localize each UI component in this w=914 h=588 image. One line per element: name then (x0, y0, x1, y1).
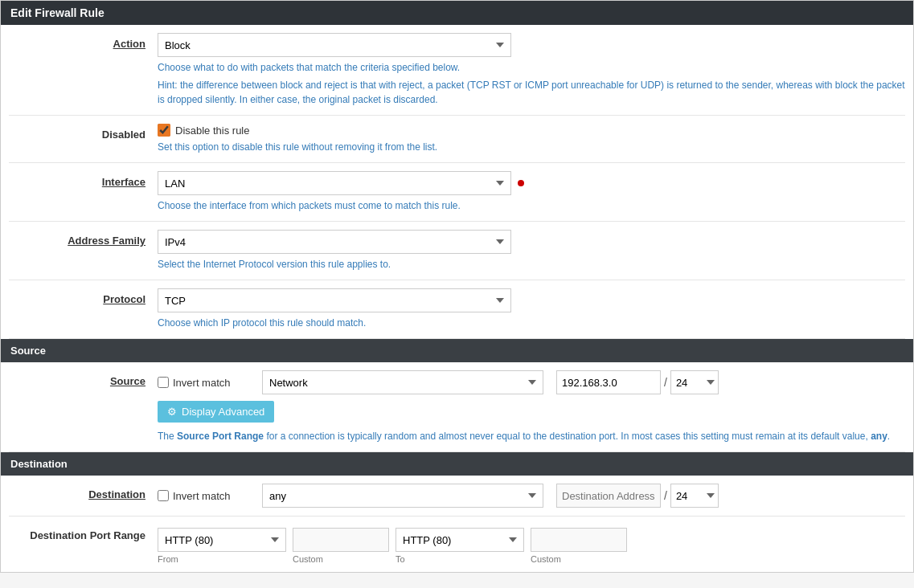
destination-invert-checkbox[interactable] (158, 490, 169, 501)
protocol-content: TCP UDP TCP/UDP ICMP any Choose which IP… (158, 288, 905, 330)
protocol-hint: Choose which IP protocol this rule shoul… (158, 316, 905, 330)
to-col: HTTP (80) HTTPS (443) any To (396, 528, 524, 564)
destination-port-content: HTTP (80) HTTPS (443) any From Custom HT… (158, 525, 905, 564)
to-custom-input[interactable] (531, 528, 627, 552)
destination-invert-text: Invert match (173, 490, 231, 502)
source-invert-checkbox[interactable] (158, 377, 169, 388)
disabled-label: Disabled (9, 124, 158, 141)
disabled-content: Disable this rule Set this option to dis… (158, 124, 905, 154)
source-row: Source Invert match Network any Single h… (9, 362, 905, 452)
to-port-select[interactable]: HTTP (80) HTTPS (443) any (396, 528, 524, 552)
source-invert-text: Invert match (173, 377, 231, 389)
action-content: Block Pass Reject Choose what to do with… (158, 33, 905, 107)
source-cidr-select[interactable]: 24 8 16 32 (670, 370, 719, 394)
action-hint-detail: Hint: the difference between block and r… (158, 78, 905, 107)
disabled-checkbox-label: Disable this rule (175, 125, 250, 137)
from-col: HTTP (80) HTTPS (443) any From (158, 528, 286, 564)
interface-red-dot (518, 180, 524, 186)
destination-content: Invert match any Network Single host or … (158, 484, 905, 508)
display-advanced-button[interactable]: ⚙ Display Advanced (158, 401, 274, 423)
source-slash: / (664, 376, 667, 389)
source-controls: Invert match Network any Single host or … (158, 370, 905, 394)
destination-row: Destination Invert match any Network Sin… (9, 476, 905, 517)
destination-label: Destination (9, 484, 158, 500)
action-select[interactable]: Block Pass Reject (158, 33, 511, 57)
interface-row: Interface LAN WAN loopback Choose the in… (9, 163, 905, 222)
from-custom-input[interactable] (293, 528, 389, 552)
destination-port-label: Destination Port Range (9, 525, 158, 541)
display-advanced-label: Display Advanced (182, 406, 264, 418)
destination-port-controls: HTTP (80) HTTPS (443) any From Custom HT… (158, 528, 905, 564)
panel-title: Edit Firewall Rule (1, 1, 913, 25)
destination-cidr-select[interactable]: 24 8 16 32 (670, 484, 719, 508)
disabled-checkbox[interactable] (158, 124, 170, 137)
firewall-rule-panel: Edit Firewall Rule Action Block Pass Rej… (0, 0, 914, 573)
address-family-select[interactable]: IPv4 IPv6 IPv4+IPv6 (158, 230, 511, 254)
interface-content: LAN WAN loopback Choose the interface fr… (158, 171, 905, 213)
source-invert-label: Invert match (158, 377, 254, 389)
to-label: To (396, 554, 524, 564)
source-label: Source (9, 370, 158, 387)
disabled-hint: Set this option to disable this rule wit… (158, 140, 905, 154)
to-custom-col: Custom (531, 528, 627, 564)
source-section-header: Source (1, 339, 913, 362)
protocol-label: Protocol (9, 288, 158, 305)
from-custom-col: Custom (293, 528, 389, 564)
interface-select[interactable]: LAN WAN loopback (158, 171, 511, 195)
disabled-row: Disabled Disable this rule Set this opti… (9, 116, 905, 163)
destination-section-header: Destination (1, 452, 913, 476)
destination-slash: / (664, 489, 667, 502)
destination-invert-label: Invert match (158, 490, 254, 502)
address-family-label: Address Family (9, 230, 158, 247)
destination-controls: Invert match any Network Single host or … (158, 484, 905, 508)
from-label: From (158, 554, 286, 564)
source-content: Invert match Network any Single host or … (158, 370, 905, 443)
action-hint-main: Choose what to do with packets that matc… (158, 60, 905, 75)
source-ip-row: / 24 8 16 32 (556, 370, 719, 394)
disabled-checkbox-row: Disable this rule (158, 124, 905, 137)
action-row: Action Block Pass Reject Choose what to … (9, 25, 905, 116)
address-family-content: IPv4 IPv6 IPv4+IPv6 Select the Internet … (158, 230, 905, 272)
gear-icon: ⚙ (167, 406, 177, 418)
protocol-select[interactable]: TCP UDP TCP/UDP ICMP any (158, 288, 511, 312)
interface-label: Interface (9, 171, 158, 188)
from-port-select[interactable]: HTTP (80) HTTPS (443) any (158, 528, 286, 552)
address-family-hint: Select the Internet Protocol version thi… (158, 257, 905, 272)
interface-hint: Choose the interface from which packets … (158, 198, 905, 213)
destination-ip-row: / 24 8 16 32 (556, 484, 719, 508)
protocol-row: Protocol TCP UDP TCP/UDP ICMP any Choose… (9, 280, 905, 339)
destination-addr-input[interactable] (556, 484, 661, 508)
address-family-row: Address Family IPv4 IPv6 IPv4+IPv6 Selec… (9, 222, 905, 280)
from-custom-label: Custom (293, 554, 389, 564)
destination-type-select[interactable]: any Network Single host or alias LAN sub… (262, 484, 543, 508)
action-label: Action (9, 33, 158, 50)
source-type-select[interactable]: Network any Single host or alias LAN sub… (262, 370, 543, 394)
source-port-hint: The Source Port Range for a connection i… (158, 429, 905, 443)
to-custom-label: Custom (531, 554, 627, 564)
source-ip-input[interactable] (556, 370, 661, 394)
destination-port-row: Destination Port Range HTTP (80) HTTPS (… (9, 517, 905, 572)
